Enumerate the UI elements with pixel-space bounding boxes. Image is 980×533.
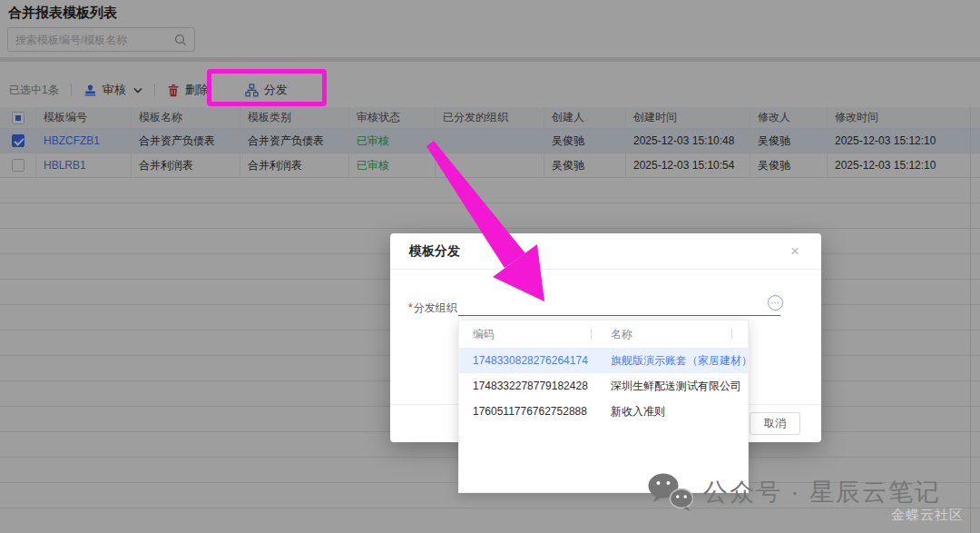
dropdown-option[interactable]: 1748332278779182428 深圳生鲜配送测试有限公司 <box>459 373 748 399</box>
option-code: 1748332278779182428 <box>459 380 591 392</box>
close-icon[interactable]: × <box>788 244 802 259</box>
dropdown-col-name: 名称 <box>591 327 748 342</box>
wechat-icon <box>646 472 695 512</box>
dropdown-header: 编码 名称 <box>459 321 748 348</box>
watermark-text: 公众号 · 星辰云笔记 <box>703 476 941 508</box>
option-name: 深圳生鲜配送测试有限公司 <box>591 379 748 394</box>
org-dropdown-panel: 编码 名称 1748330828276264174 旗舰版演示账套（家居建材） … <box>458 320 749 493</box>
highlight-box-annotation <box>207 69 327 106</box>
app-screen: 合并报表模板列表 已选中1条 审核 <box>0 0 980 533</box>
dropdown-col-code: 编码 <box>459 327 591 342</box>
option-code: 1760511776762752888 <box>459 405 591 418</box>
cancel-button[interactable]: 取消 <box>750 412 800 435</box>
option-code: 1748330828276264174 <box>459 354 591 367</box>
option-name: 新收入准则 <box>591 404 748 419</box>
distribute-org-label: *分发组织 <box>408 301 457 316</box>
distribute-org-input[interactable]: ⋯ <box>458 291 780 316</box>
field-label-text: 分发组织 <box>414 301 457 314</box>
required-mark: * <box>408 301 413 314</box>
community-watermark: 金蝶云社区 <box>891 507 964 524</box>
dropdown-option[interactable]: 1760511776762752888 新收入准则 <box>459 399 748 424</box>
option-name: 旗舰版演示账套（家居建材） <box>591 353 748 369</box>
dropdown-option[interactable]: 1748330828276264174 旗舰版演示账套（家居建材） <box>459 348 748 373</box>
modal-title: 模板分发 <box>409 243 460 260</box>
org-picker-ellipsis-icon[interactable]: ⋯ <box>768 295 783 311</box>
modal-header: 模板分发 × <box>390 233 821 270</box>
dropdown-header-divider <box>591 329 592 340</box>
dropdown-header-divider <box>731 329 732 340</box>
